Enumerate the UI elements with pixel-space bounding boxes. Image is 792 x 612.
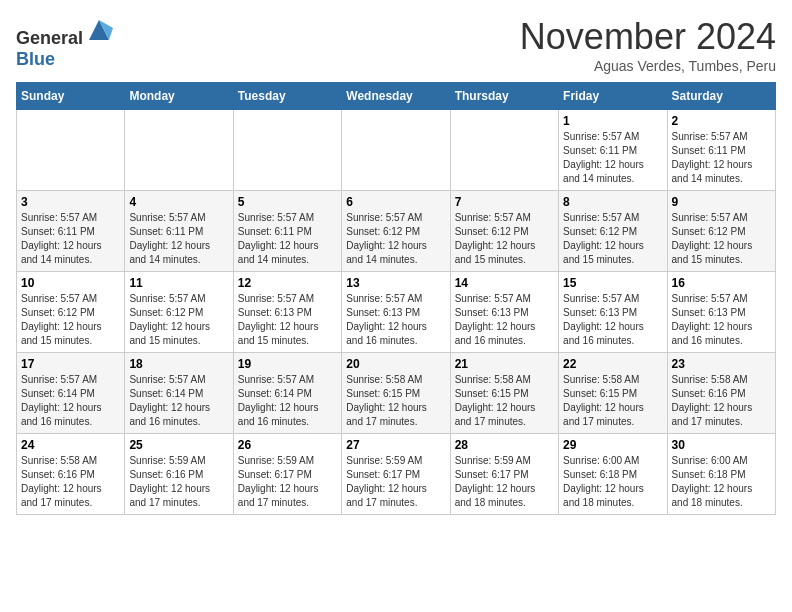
calendar-cell: 27Sunrise: 5:59 AMSunset: 6:17 PMDayligh… xyxy=(342,434,450,515)
day-number: 14 xyxy=(455,276,554,290)
day-info: Sunrise: 5:57 AMSunset: 6:12 PMDaylight:… xyxy=(672,211,771,267)
day-number: 2 xyxy=(672,114,771,128)
day-info: Sunrise: 5:58 AMSunset: 6:15 PMDaylight:… xyxy=(455,373,554,429)
calendar-table: SundayMondayTuesdayWednesdayThursdayFrid… xyxy=(16,82,776,515)
calendar-cell xyxy=(17,110,125,191)
calendar-cell: 23Sunrise: 5:58 AMSunset: 6:16 PMDayligh… xyxy=(667,353,775,434)
calendar-cell: 21Sunrise: 5:58 AMSunset: 6:15 PMDayligh… xyxy=(450,353,558,434)
week-row-3: 10Sunrise: 5:57 AMSunset: 6:12 PMDayligh… xyxy=(17,272,776,353)
day-info: Sunrise: 6:00 AMSunset: 6:18 PMDaylight:… xyxy=(672,454,771,510)
day-number: 30 xyxy=(672,438,771,452)
week-row-4: 17Sunrise: 5:57 AMSunset: 6:14 PMDayligh… xyxy=(17,353,776,434)
day-number: 15 xyxy=(563,276,662,290)
calendar-cell xyxy=(125,110,233,191)
weekday-header-tuesday: Tuesday xyxy=(233,83,341,110)
day-info: Sunrise: 5:57 AMSunset: 6:11 PMDaylight:… xyxy=(129,211,228,267)
location-subtitle: Aguas Verdes, Tumbes, Peru xyxy=(520,58,776,74)
day-number: 18 xyxy=(129,357,228,371)
calendar-cell: 12Sunrise: 5:57 AMSunset: 6:13 PMDayligh… xyxy=(233,272,341,353)
day-number: 12 xyxy=(238,276,337,290)
logo-text: General Blue xyxy=(16,16,113,70)
day-number: 27 xyxy=(346,438,445,452)
day-info: Sunrise: 5:57 AMSunset: 6:14 PMDaylight:… xyxy=(238,373,337,429)
calendar-cell xyxy=(233,110,341,191)
calendar-cell: 11Sunrise: 5:57 AMSunset: 6:12 PMDayligh… xyxy=(125,272,233,353)
day-number: 1 xyxy=(563,114,662,128)
day-number: 5 xyxy=(238,195,337,209)
calendar-cell: 8Sunrise: 5:57 AMSunset: 6:12 PMDaylight… xyxy=(559,191,667,272)
day-number: 6 xyxy=(346,195,445,209)
calendar-cell: 28Sunrise: 5:59 AMSunset: 6:17 PMDayligh… xyxy=(450,434,558,515)
day-info: Sunrise: 5:57 AMSunset: 6:14 PMDaylight:… xyxy=(21,373,120,429)
day-info: Sunrise: 5:57 AMSunset: 6:13 PMDaylight:… xyxy=(346,292,445,348)
calendar-cell: 2Sunrise: 5:57 AMSunset: 6:11 PMDaylight… xyxy=(667,110,775,191)
day-info: Sunrise: 5:59 AMSunset: 6:17 PMDaylight:… xyxy=(346,454,445,510)
calendar-cell: 16Sunrise: 5:57 AMSunset: 6:13 PMDayligh… xyxy=(667,272,775,353)
calendar-cell: 26Sunrise: 5:59 AMSunset: 6:17 PMDayligh… xyxy=(233,434,341,515)
day-info: Sunrise: 6:00 AMSunset: 6:18 PMDaylight:… xyxy=(563,454,662,510)
calendar-cell: 3Sunrise: 5:57 AMSunset: 6:11 PMDaylight… xyxy=(17,191,125,272)
day-number: 20 xyxy=(346,357,445,371)
calendar-cell: 17Sunrise: 5:57 AMSunset: 6:14 PMDayligh… xyxy=(17,353,125,434)
day-number: 16 xyxy=(672,276,771,290)
day-info: Sunrise: 5:57 AMSunset: 6:12 PMDaylight:… xyxy=(563,211,662,267)
day-number: 22 xyxy=(563,357,662,371)
weekday-header-thursday: Thursday xyxy=(450,83,558,110)
week-row-5: 24Sunrise: 5:58 AMSunset: 6:16 PMDayligh… xyxy=(17,434,776,515)
weekday-header-friday: Friday xyxy=(559,83,667,110)
calendar-cell: 4Sunrise: 5:57 AMSunset: 6:11 PMDaylight… xyxy=(125,191,233,272)
calendar-cell: 29Sunrise: 6:00 AMSunset: 6:18 PMDayligh… xyxy=(559,434,667,515)
weekday-header-saturday: Saturday xyxy=(667,83,775,110)
day-number: 19 xyxy=(238,357,337,371)
day-info: Sunrise: 5:58 AMSunset: 6:16 PMDaylight:… xyxy=(21,454,120,510)
calendar-cell: 25Sunrise: 5:59 AMSunset: 6:16 PMDayligh… xyxy=(125,434,233,515)
logo-icon xyxy=(85,16,113,44)
day-info: Sunrise: 5:57 AMSunset: 6:11 PMDaylight:… xyxy=(21,211,120,267)
day-info: Sunrise: 5:59 AMSunset: 6:16 PMDaylight:… xyxy=(129,454,228,510)
calendar-cell: 18Sunrise: 5:57 AMSunset: 6:14 PMDayligh… xyxy=(125,353,233,434)
logo-blue: Blue xyxy=(16,49,55,69)
day-info: Sunrise: 5:59 AMSunset: 6:17 PMDaylight:… xyxy=(455,454,554,510)
calendar-cell xyxy=(342,110,450,191)
calendar-cell: 22Sunrise: 5:58 AMSunset: 6:15 PMDayligh… xyxy=(559,353,667,434)
day-number: 29 xyxy=(563,438,662,452)
week-row-1: 1Sunrise: 5:57 AMSunset: 6:11 PMDaylight… xyxy=(17,110,776,191)
day-info: Sunrise: 5:57 AMSunset: 6:12 PMDaylight:… xyxy=(129,292,228,348)
day-number: 25 xyxy=(129,438,228,452)
calendar-cell: 30Sunrise: 6:00 AMSunset: 6:18 PMDayligh… xyxy=(667,434,775,515)
weekday-header-sunday: Sunday xyxy=(17,83,125,110)
calendar-cell: 14Sunrise: 5:57 AMSunset: 6:13 PMDayligh… xyxy=(450,272,558,353)
month-title: November 2024 xyxy=(520,16,776,58)
day-info: Sunrise: 5:57 AMSunset: 6:11 PMDaylight:… xyxy=(672,130,771,186)
day-info: Sunrise: 5:57 AMSunset: 6:12 PMDaylight:… xyxy=(455,211,554,267)
calendar-cell: 7Sunrise: 5:57 AMSunset: 6:12 PMDaylight… xyxy=(450,191,558,272)
calendar-cell: 1Sunrise: 5:57 AMSunset: 6:11 PMDaylight… xyxy=(559,110,667,191)
week-row-2: 3Sunrise: 5:57 AMSunset: 6:11 PMDaylight… xyxy=(17,191,776,272)
day-info: Sunrise: 5:57 AMSunset: 6:12 PMDaylight:… xyxy=(21,292,120,348)
day-number: 10 xyxy=(21,276,120,290)
calendar-cell: 5Sunrise: 5:57 AMSunset: 6:11 PMDaylight… xyxy=(233,191,341,272)
logo-general: General xyxy=(16,28,83,48)
day-number: 21 xyxy=(455,357,554,371)
day-info: Sunrise: 5:58 AMSunset: 6:15 PMDaylight:… xyxy=(563,373,662,429)
calendar-cell: 13Sunrise: 5:57 AMSunset: 6:13 PMDayligh… xyxy=(342,272,450,353)
weekday-header-monday: Monday xyxy=(125,83,233,110)
day-info: Sunrise: 5:57 AMSunset: 6:11 PMDaylight:… xyxy=(563,130,662,186)
weekday-header-wednesday: Wednesday xyxy=(342,83,450,110)
day-number: 9 xyxy=(672,195,771,209)
day-info: Sunrise: 5:57 AMSunset: 6:13 PMDaylight:… xyxy=(672,292,771,348)
calendar-cell: 9Sunrise: 5:57 AMSunset: 6:12 PMDaylight… xyxy=(667,191,775,272)
day-info: Sunrise: 5:57 AMSunset: 6:14 PMDaylight:… xyxy=(129,373,228,429)
day-number: 11 xyxy=(129,276,228,290)
calendar-cell: 19Sunrise: 5:57 AMSunset: 6:14 PMDayligh… xyxy=(233,353,341,434)
day-info: Sunrise: 5:57 AMSunset: 6:11 PMDaylight:… xyxy=(238,211,337,267)
day-number: 7 xyxy=(455,195,554,209)
logo: General Blue xyxy=(16,16,113,70)
page-header: General Blue November 2024 Aguas Verdes,… xyxy=(16,16,776,74)
day-number: 3 xyxy=(21,195,120,209)
day-info: Sunrise: 5:58 AMSunset: 6:16 PMDaylight:… xyxy=(672,373,771,429)
calendar-cell: 15Sunrise: 5:57 AMSunset: 6:13 PMDayligh… xyxy=(559,272,667,353)
day-number: 17 xyxy=(21,357,120,371)
day-info: Sunrise: 5:57 AMSunset: 6:12 PMDaylight:… xyxy=(346,211,445,267)
calendar-cell: 20Sunrise: 5:58 AMSunset: 6:15 PMDayligh… xyxy=(342,353,450,434)
